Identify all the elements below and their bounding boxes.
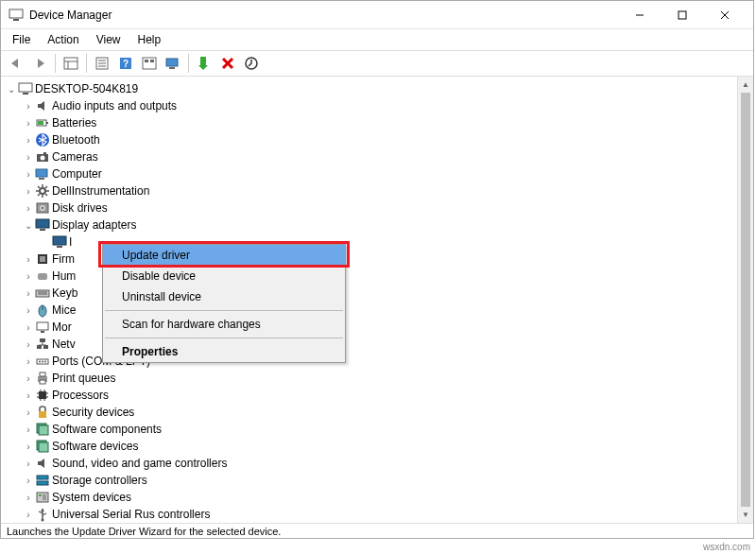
expander-icon[interactable]: › bbox=[22, 441, 35, 452]
expander-icon[interactable]: › bbox=[22, 373, 35, 384]
help-button[interactable]: ? bbox=[114, 52, 137, 75]
tree-node[interactable]: ›Processors bbox=[22, 387, 733, 404]
svg-point-60 bbox=[42, 361, 43, 363]
enable-device-button[interactable] bbox=[193, 52, 215, 75]
tree-node[interactable]: ›Sound, video and game controllers bbox=[22, 455, 733, 472]
svg-rect-18 bbox=[166, 59, 178, 66]
scroll-up-arrow[interactable]: ▲ bbox=[739, 77, 753, 93]
window-controls bbox=[618, 1, 746, 28]
expander-icon[interactable]: › bbox=[22, 186, 35, 197]
svg-rect-74 bbox=[39, 411, 46, 418]
tree-node[interactable]: ›DellInstrumentation bbox=[22, 182, 733, 199]
expander-icon[interactable]: › bbox=[22, 101, 35, 112]
close-button[interactable] bbox=[703, 1, 746, 28]
menu-file[interactable]: File bbox=[5, 31, 38, 48]
display-icon bbox=[52, 234, 67, 250]
context-item[interactable]: Properties bbox=[103, 341, 345, 362]
context-item[interactable]: Update driver bbox=[103, 245, 345, 266]
expander-icon[interactable]: › bbox=[22, 510, 35, 520]
titlebar[interactable]: Device Manager bbox=[1, 1, 753, 29]
expander-icon[interactable]: › bbox=[22, 288, 35, 299]
expander-icon[interactable]: › bbox=[22, 390, 35, 401]
view-button[interactable] bbox=[138, 52, 161, 75]
tree-node[interactable]: ›Batteries bbox=[22, 114, 733, 131]
svg-rect-83 bbox=[43, 494, 46, 500]
svg-point-59 bbox=[39, 361, 41, 363]
svg-rect-41 bbox=[53, 236, 66, 245]
tree-node[interactable]: ›Print queues bbox=[22, 370, 733, 387]
tree-node[interactable]: ›Universal Serial Rus controllers bbox=[22, 506, 733, 523]
display-icon bbox=[35, 217, 50, 233]
expander-icon[interactable]: › bbox=[22, 203, 35, 214]
forward-button[interactable] bbox=[28, 52, 51, 75]
expander-icon[interactable]: › bbox=[22, 118, 35, 129]
toolbar-separator bbox=[188, 54, 189, 73]
expander-icon[interactable]: › bbox=[22, 459, 35, 469]
context-item[interactable]: Uninstall device bbox=[103, 286, 345, 307]
usb-icon bbox=[35, 507, 50, 522]
expander-icon[interactable]: › bbox=[22, 407, 35, 418]
menu-action[interactable]: Action bbox=[40, 31, 86, 48]
context-separator bbox=[105, 338, 343, 338]
tree-node[interactable]: ›Bluetooth bbox=[22, 131, 733, 148]
expander-icon[interactable]: › bbox=[22, 152, 35, 163]
bluetooth-icon bbox=[35, 132, 50, 147]
expander-icon[interactable]: ⌄ bbox=[5, 84, 18, 95]
scan-hardware-button[interactable] bbox=[162, 52, 184, 75]
uninstall-device-button[interactable] bbox=[216, 52, 239, 75]
maximize-button[interactable] bbox=[661, 1, 703, 28]
scroll-down-arrow[interactable]: ▼ bbox=[739, 507, 753, 523]
expander-icon[interactable]: › bbox=[22, 305, 35, 316]
expander-icon[interactable]: › bbox=[22, 254, 35, 265]
tree-node[interactable]: ›Audio inputs and outputs bbox=[22, 97, 733, 114]
svg-rect-20 bbox=[200, 57, 206, 66]
hid-icon bbox=[35, 268, 50, 284]
update-driver-button[interactable] bbox=[240, 52, 263, 75]
expander-icon[interactable]: › bbox=[22, 339, 35, 350]
context-item[interactable]: Disable device bbox=[103, 266, 345, 286]
properties-button[interactable] bbox=[91, 52, 113, 75]
context-item[interactable]: Scan for hardware changes bbox=[103, 314, 345, 335]
node-label: Sound, video and game controllers bbox=[52, 457, 227, 470]
node-label: Batteries bbox=[52, 116, 96, 130]
show-hidden-button[interactable] bbox=[60, 52, 82, 75]
tree-node[interactable]: ›Disk drives bbox=[22, 199, 733, 216]
expander-icon[interactable]: › bbox=[22, 169, 35, 180]
tree-node[interactable]: ›Security devices bbox=[22, 404, 733, 421]
tree-node[interactable]: ›Storage controllers bbox=[22, 472, 733, 489]
node-label: Computer bbox=[52, 167, 102, 181]
node-label: Mice bbox=[52, 303, 76, 317]
expander-icon[interactable]: › bbox=[22, 271, 35, 282]
tree-node[interactable]: ›Computer bbox=[22, 165, 733, 182]
tree-node[interactable]: ›Cameras bbox=[22, 148, 733, 165]
expander-icon[interactable]: › bbox=[22, 135, 35, 146]
expander-icon[interactable]: › bbox=[22, 322, 35, 333]
node-label: Storage controllers bbox=[52, 474, 147, 487]
node-label: Mor bbox=[52, 320, 72, 334]
expander-icon[interactable]: › bbox=[22, 493, 35, 503]
svg-point-84 bbox=[42, 519, 44, 522]
tree-root[interactable]: ⌄DESKTOP-504K819 bbox=[5, 80, 733, 97]
back-button[interactable] bbox=[5, 52, 27, 75]
toolbar-separator bbox=[86, 54, 87, 73]
menu-help[interactable]: Help bbox=[130, 31, 169, 48]
expander-icon[interactable]: › bbox=[22, 424, 35, 435]
expander-icon[interactable]: ⌄ bbox=[22, 220, 35, 231]
tree-node[interactable]: ›Software components bbox=[22, 421, 733, 438]
tree-node[interactable]: ›Software devices bbox=[22, 438, 733, 455]
menu-view[interactable]: View bbox=[89, 31, 129, 48]
svg-rect-24 bbox=[19, 83, 32, 92]
node-label: Print queues bbox=[52, 372, 115, 385]
svg-text:?: ? bbox=[123, 59, 129, 69]
scroll-thumb[interactable] bbox=[741, 93, 750, 507]
vertical-scrollbar[interactable]: ▲ ▼ bbox=[737, 77, 753, 523]
node-label: DESKTOP-504K819 bbox=[35, 82, 138, 95]
expander-icon[interactable]: › bbox=[22, 476, 35, 486]
svg-rect-64 bbox=[40, 380, 45, 384]
tree-node[interactable]: ⌄Display adapters bbox=[22, 216, 733, 234]
tree-node[interactable]: ›System devices bbox=[22, 489, 733, 506]
expander-icon[interactable]: › bbox=[22, 356, 35, 367]
node-label: Netv bbox=[52, 338, 76, 351]
svg-rect-82 bbox=[39, 494, 42, 496]
minimize-button[interactable] bbox=[618, 1, 661, 28]
